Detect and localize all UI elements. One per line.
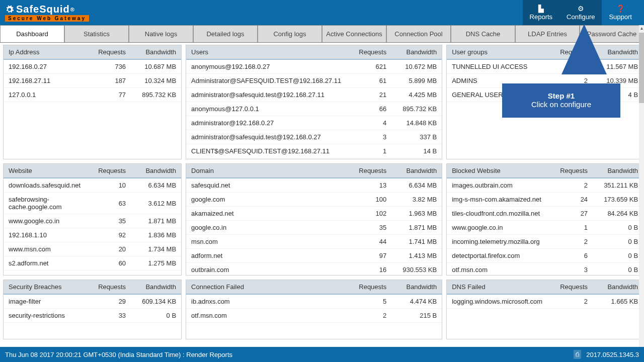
- tab-dashboard[interactable]: Dashboard: [0, 25, 64, 42]
- row-name: incoming.telemetry.mozilla.org: [447, 235, 547, 248]
- row-requests: 77: [86, 88, 131, 102]
- table-row[interactable]: 192.168.27.1118710.324 MB: [4, 74, 181, 88]
- row-name: security-restrictions: [4, 309, 86, 322]
- table-row[interactable]: safesquid.net136.634 MB: [186, 178, 442, 193]
- table-row[interactable]: otf.msn.com30 B: [447, 263, 643, 275]
- row-requests: 35: [86, 214, 131, 228]
- help-icon: ❓: [616, 5, 625, 12]
- row-requests: 3: [346, 130, 391, 144]
- table-row[interactable]: outbrain.com16930.553 KB: [186, 263, 442, 275]
- row-name: safebrowsing-cache.google.com: [4, 193, 86, 214]
- tab-detailed-logs[interactable]: Detailed logs: [193, 25, 258, 42]
- row-name: img-s-msn-com.akamaized.net: [447, 193, 547, 206]
- table-row[interactable]: TUNNELLED UI ACCESS6811.567 MB: [447, 60, 643, 74]
- row-bandwidth: 3.612 MB: [131, 197, 181, 210]
- table-row[interactable]: administrator@safesquid.test@192.168.0.2…: [186, 130, 442, 144]
- callout-title: Step #1: [507, 92, 615, 100]
- panel-header: DomainRequestsBandwidth: [186, 164, 442, 178]
- table-row[interactable]: 192.168.0.2773610.687 MB: [4, 60, 181, 74]
- table-row[interactable]: 192.168.1.10921.836 MB: [4, 228, 181, 242]
- table-row[interactable]: google.co.in351.871 MB: [186, 221, 442, 235]
- row-bandwidth: 4.425 MB: [391, 88, 442, 102]
- row-requests: 92: [86, 228, 131, 242]
- table-row[interactable]: image-filter29609.134 KB: [4, 295, 181, 309]
- scrollbar[interactable]: ▴: [639, 25, 644, 347]
- table-row[interactable]: msn.com441.741 MB: [186, 235, 442, 249]
- table-row[interactable]: www.google.co.in10 B: [447, 221, 643, 235]
- row-bandwidth: 0 B: [593, 263, 643, 275]
- table-row[interactable]: img-s-msn-com.akamaized.net24173.659 KB: [447, 193, 643, 207]
- table-row[interactable]: www.google.co.in351.871 MB: [4, 214, 181, 228]
- tab-native-logs[interactable]: Native logs: [129, 25, 193, 42]
- chart-icon: ▙: [538, 5, 544, 12]
- row-name: Administrator@SAFESQUID.TEST@192.168.27.…: [186, 74, 346, 87]
- cogs-icon: ⚙: [578, 5, 584, 12]
- table-row[interactable]: 127.0.0.177895.732 KB: [4, 88, 181, 102]
- table-row[interactable]: CLIENT$@SAFESQUID.TEST@192.168.27.11114 …: [186, 144, 442, 158]
- col-requests: Requests: [547, 164, 593, 177]
- table-row[interactable]: Administrator@SAFESQUID.TEST@192.168.27.…: [186, 74, 442, 88]
- table-row[interactable]: s2.adform.net601.275 MB: [4, 256, 181, 270]
- table-row[interactable]: security-restrictions330 B: [4, 309, 181, 323]
- table-row[interactable]: static-hp-eas-s-msn-181.12 MB: [4, 270, 181, 275]
- panel-header: WebsiteRequestsBandwidth: [4, 164, 181, 178]
- row-requests: 20: [86, 242, 131, 256]
- row-requests: 3: [547, 263, 593, 275]
- pdf-icon[interactable]: ⎙: [574, 350, 581, 359]
- col-requests: Requests: [86, 280, 131, 294]
- row-name: otf.msn.com: [447, 263, 547, 275]
- row-requests: 13: [346, 178, 391, 192]
- row-requests: 18: [86, 270, 131, 275]
- row-name: logging.windows.microsoft.com: [447, 295, 547, 308]
- table-row[interactable]: safebrowsing-cache.google.com633.612 MB: [4, 193, 181, 214]
- table-row[interactable]: adform.net971.413 MB: [186, 249, 442, 263]
- table-row[interactable]: administrator@safesquid.test@192.168.27.…: [186, 88, 442, 102]
- row-bandwidth: 4.474 KB: [391, 295, 442, 308]
- table-row[interactable]: images.outbrain.com2351.211 KB: [447, 178, 643, 193]
- row-requests: 35: [346, 221, 391, 234]
- row-bandwidth: 10.672 MB: [391, 60, 442, 73]
- row-bandwidth: 1.871 MB: [391, 221, 442, 234]
- table-row[interactable]: logging.windows.microsoft.com21.665 KB: [447, 295, 643, 309]
- table-row[interactable]: anonymous@127.0.0.166895.732 KB: [186, 102, 442, 116]
- row-name: anonymous@192.168.0.27: [186, 60, 346, 73]
- tab-config-logs[interactable]: Config logs: [258, 25, 322, 42]
- support-button[interactable]: ❓ Support: [602, 0, 639, 25]
- table-row[interactable]: administrator@192.168.0.27414.848 KB: [186, 116, 442, 130]
- table-row[interactable]: akamaized.net1021.963 MB: [186, 207, 442, 221]
- table-row[interactable]: google.com1003.82 MB: [186, 193, 442, 207]
- col-bandwidth: Bandwidth: [391, 164, 442, 177]
- row-name: administrator@safesquid.test@192.168.27.…: [186, 88, 346, 102]
- table-row[interactable]: detectportal.firefox.com60 B: [447, 249, 643, 263]
- row-name: CLIENT$@SAFESQUID.TEST@192.168.27.11: [186, 144, 346, 158]
- row-name: safesquid.net: [186, 178, 346, 192]
- table-row[interactable]: downloads.safesquid.net106.634 MB: [4, 178, 181, 193]
- tab-statistics[interactable]: Statistics: [64, 25, 129, 42]
- configure-button[interactable]: ⚙ Configure: [559, 0, 602, 25]
- col-title: Blocked Website: [447, 164, 547, 177]
- row-bandwidth: 1.734 MB: [131, 242, 181, 256]
- row-name: ib.adnxs.com: [186, 295, 346, 308]
- col-requests: Requests: [86, 45, 131, 59]
- tab-dns-cache[interactable]: DNS Cache: [451, 25, 515, 42]
- row-requests: 44: [346, 235, 391, 248]
- tab-active-connections[interactable]: Active Connections: [322, 25, 386, 42]
- configure-label: Configure: [567, 13, 595, 21]
- gear-icon: [5, 5, 14, 14]
- table-row[interactable]: otf.msn.com2215 B: [186, 309, 442, 323]
- row-requests: 736: [86, 60, 131, 73]
- table-row[interactable]: incoming.telemetry.mozilla.org20 B: [447, 235, 643, 249]
- col-bandwidth: Bandwidth: [391, 280, 442, 294]
- col-bandwidth: Bandwidth: [131, 280, 181, 294]
- table-row[interactable]: ib.adnxs.com54.474 KB: [186, 295, 442, 309]
- reports-button[interactable]: ▙ Reports: [523, 0, 560, 25]
- table-row[interactable]: anonymous@192.168.0.2762110.672 MB: [186, 60, 442, 74]
- table-row[interactable]: tiles-cloudfront.cdn.mozilla.net2784.264…: [447, 207, 643, 221]
- row-bandwidth: 14 B: [391, 144, 442, 158]
- tab-connection-pool[interactable]: Connection Pool: [386, 25, 451, 42]
- col-requests: Requests: [346, 45, 391, 59]
- row-name: otf.msn.com: [186, 309, 346, 322]
- table-row[interactable]: www.msn.com201.734 MB: [4, 242, 181, 256]
- row-name: downloads.safesquid.net: [4, 178, 86, 192]
- row-bandwidth: 1.275 MB: [131, 256, 181, 270]
